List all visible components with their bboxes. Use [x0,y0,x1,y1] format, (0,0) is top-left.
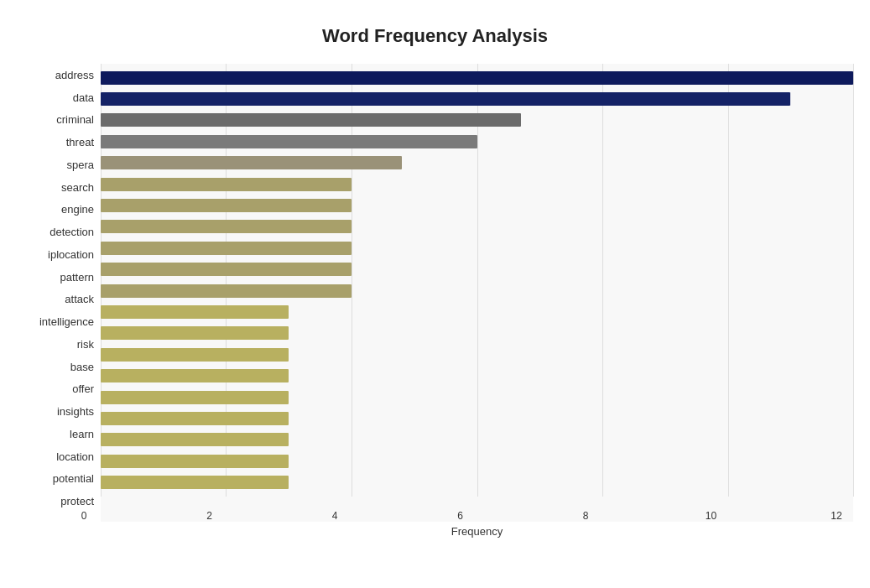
bar [101,156,402,169]
bar-row [101,411,853,426]
bar-row [101,134,853,149]
y-label: spera [17,159,101,170]
x-axis-title: Frequency [101,525,853,538]
bar [101,348,289,362]
grid-and-bars: 024681012 [101,64,853,522]
x-tick: 6 [444,510,477,522]
x-tick: 10 [695,510,728,522]
bar [101,242,352,255]
bar [101,92,790,106]
x-tick: 2 [192,510,226,522]
bar-row [101,454,853,469]
bar-row [101,304,853,320]
bar [101,220,352,233]
x-axis-labels: 024681012 [101,497,853,522]
bars-area: 024681012 Frequency [101,64,853,538]
bar-row [101,262,853,277]
y-label: engine [17,204,101,215]
x-tick: 12 [820,510,853,522]
bar [101,305,289,319]
y-label: iplocation [17,249,101,260]
bar [101,263,352,276]
bar-row [101,155,853,170]
bar-row [101,284,853,299]
x-tick: 0 [67,510,101,522]
y-label: threat [17,137,101,148]
bar-row [101,475,853,490]
bar [101,412,289,425]
bar-row [101,432,853,447]
grid-line [853,64,854,497]
bar [101,284,352,298]
y-label: location [17,451,101,462]
y-label: insights [17,406,101,417]
y-label: protect [17,496,101,507]
bar-row [101,112,853,127]
y-label: pattern [17,272,101,283]
y-label: offer [17,383,101,394]
bar-row [101,177,853,192]
bar-row [101,347,853,362]
bar-row [101,70,853,86]
bar [101,433,289,446]
y-label: detection [17,226,101,237]
bar-row [101,241,853,256]
bar-row [101,325,853,341]
y-label: search [17,182,101,193]
bar [101,326,289,340]
bar [101,199,352,212]
bar [101,455,289,468]
chart-container: Word Frequency Analysis addressdatacrimi… [0,0,870,588]
bar [101,71,853,85]
bar [101,476,289,489]
bar-row [101,368,853,383]
y-label: base [17,362,101,372]
bar-row [101,91,853,107]
chart-area: addressdatacriminalthreatsperasearchengi… [17,64,853,538]
bar [101,135,477,148]
y-label: attack [17,294,101,304]
bar-row [101,390,853,405]
bars-wrapper [101,64,853,497]
bar-row [101,219,853,234]
bar [101,178,352,191]
y-labels: addressdatacriminalthreatsperasearchengi… [17,64,101,538]
x-tick: 8 [569,510,602,522]
y-label: learn [17,429,101,440]
bar [101,113,521,127]
bar [101,391,289,404]
chart-title: Word Frequency Analysis [17,17,853,47]
y-label: criminal [17,114,101,125]
x-tick: 4 [318,510,352,522]
y-label: potential [17,473,101,484]
bar-row [101,198,853,213]
y-label: address [17,70,101,81]
y-label: intelligence [17,316,101,327]
bar [101,369,289,382]
y-label: risk [17,339,101,350]
y-label: data [17,92,101,103]
